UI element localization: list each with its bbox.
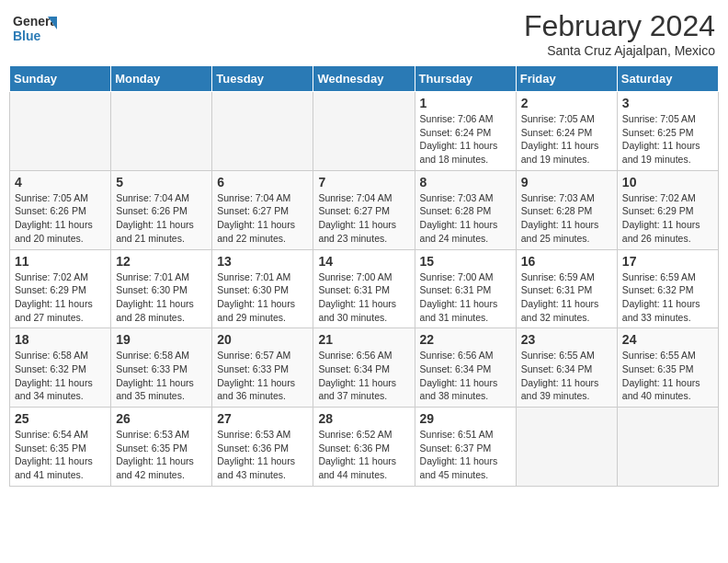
calendar-cell: 16Sunrise: 6:59 AM Sunset: 6:31 PM Dayli… xyxy=(516,249,617,328)
day-number: 1 xyxy=(420,96,511,110)
day-info: Sunrise: 7:02 AM Sunset: 6:29 PM Dayligh… xyxy=(15,270,106,325)
day-number: 28 xyxy=(318,411,409,426)
calendar-cell xyxy=(617,408,718,487)
calendar-cell: 1Sunrise: 7:06 AM Sunset: 6:24 PM Daylig… xyxy=(415,92,516,171)
day-info: Sunrise: 6:52 AM Sunset: 6:36 PM Dayligh… xyxy=(318,428,409,482)
calendar-cell: 4Sunrise: 7:05 AM Sunset: 6:26 PM Daylig… xyxy=(10,170,111,249)
weekday-header-wednesday: Wednesday xyxy=(313,66,415,92)
day-number: 7 xyxy=(318,175,409,190)
calendar-cell: 28Sunrise: 6:52 AM Sunset: 6:36 PM Dayli… xyxy=(313,408,415,487)
calendar-cell: 2Sunrise: 7:05 AM Sunset: 6:24 PM Daylig… xyxy=(516,92,617,171)
day-number: 13 xyxy=(217,254,308,269)
day-number: 4 xyxy=(15,175,106,190)
day-info: Sunrise: 6:56 AM Sunset: 6:34 PM Dayligh… xyxy=(420,349,511,403)
calendar-cell xyxy=(313,92,415,171)
calendar-cell: 26Sunrise: 6:53 AM Sunset: 6:35 PM Dayli… xyxy=(111,408,212,487)
day-number: 22 xyxy=(420,332,511,347)
calendar-cell: 25Sunrise: 6:54 AM Sunset: 6:35 PM Dayli… xyxy=(10,408,111,487)
day-info: Sunrise: 7:04 AM Sunset: 6:27 PM Dayligh… xyxy=(217,191,308,246)
calendar-cell: 9Sunrise: 7:03 AM Sunset: 6:28 PM Daylig… xyxy=(516,170,617,249)
calendar-week-row: 4Sunrise: 7:05 AM Sunset: 6:26 PM Daylig… xyxy=(10,170,719,249)
day-info: Sunrise: 7:05 AM Sunset: 6:24 PM Dayligh… xyxy=(521,112,612,167)
page-header: General Blue February 2024 Santa Cruz Aj… xyxy=(9,9,719,58)
day-number: 26 xyxy=(116,411,207,426)
day-info: Sunrise: 6:51 AM Sunset: 6:37 PM Dayligh… xyxy=(420,428,511,482)
day-info: Sunrise: 7:06 AM Sunset: 6:24 PM Dayligh… xyxy=(420,112,511,167)
calendar-cell: 3Sunrise: 7:05 AM Sunset: 6:25 PM Daylig… xyxy=(617,92,718,171)
svg-text:Blue: Blue xyxy=(13,29,41,43)
calendar-cell: 27Sunrise: 6:53 AM Sunset: 6:36 PM Dayli… xyxy=(212,408,313,487)
day-number: 27 xyxy=(217,411,308,426)
calendar-cell: 12Sunrise: 7:01 AM Sunset: 6:30 PM Dayli… xyxy=(111,249,212,328)
day-info: Sunrise: 6:56 AM Sunset: 6:34 PM Dayligh… xyxy=(318,349,409,403)
day-info: Sunrise: 7:04 AM Sunset: 6:27 PM Dayligh… xyxy=(318,191,409,246)
logo-graphic: General Blue xyxy=(13,9,57,50)
day-number: 21 xyxy=(318,332,409,347)
calendar-cell: 6Sunrise: 7:04 AM Sunset: 6:27 PM Daylig… xyxy=(212,170,313,249)
calendar-cell: 29Sunrise: 6:51 AM Sunset: 6:37 PM Dayli… xyxy=(415,408,516,487)
weekday-header-row: SundayMondayTuesdayWednesdayThursdayFrid… xyxy=(10,66,719,92)
calendar-cell xyxy=(212,92,313,171)
calendar-cell: 22Sunrise: 6:56 AM Sunset: 6:34 PM Dayli… xyxy=(415,328,516,408)
day-number: 5 xyxy=(116,175,207,190)
day-number: 23 xyxy=(521,332,612,347)
day-info: Sunrise: 7:03 AM Sunset: 6:28 PM Dayligh… xyxy=(521,191,612,246)
weekday-header-sunday: Sunday xyxy=(10,66,111,92)
day-number: 12 xyxy=(116,254,207,269)
day-info: Sunrise: 6:57 AM Sunset: 6:33 PM Dayligh… xyxy=(217,349,308,403)
day-number: 29 xyxy=(420,411,511,426)
calendar-week-row: 1Sunrise: 7:06 AM Sunset: 6:24 PM Daylig… xyxy=(10,92,719,171)
calendar-cell: 23Sunrise: 6:55 AM Sunset: 6:34 PM Dayli… xyxy=(516,328,617,408)
location: Santa Cruz Ajajalpan, Mexico xyxy=(524,43,715,58)
calendar-cell xyxy=(111,92,212,171)
logo: General Blue xyxy=(13,9,57,50)
calendar-cell: 18Sunrise: 6:58 AM Sunset: 6:32 PM Dayli… xyxy=(10,328,111,408)
day-number: 25 xyxy=(15,411,106,426)
calendar-cell: 15Sunrise: 7:00 AM Sunset: 6:31 PM Dayli… xyxy=(415,249,516,328)
title-area: February 2024 Santa Cruz Ajajalpan, Mexi… xyxy=(524,9,715,58)
calendar-cell: 20Sunrise: 6:57 AM Sunset: 6:33 PM Dayli… xyxy=(212,328,313,408)
calendar-cell xyxy=(516,408,617,487)
day-number: 10 xyxy=(622,175,713,190)
calendar-cell: 11Sunrise: 7:02 AM Sunset: 6:29 PM Dayli… xyxy=(10,249,111,328)
calendar-week-row: 18Sunrise: 6:58 AM Sunset: 6:32 PM Dayli… xyxy=(10,328,719,408)
calendar-week-row: 11Sunrise: 7:02 AM Sunset: 6:29 PM Dayli… xyxy=(10,249,719,328)
weekday-header-saturday: Saturday xyxy=(617,66,718,92)
calendar-cell: 5Sunrise: 7:04 AM Sunset: 6:26 PM Daylig… xyxy=(111,170,212,249)
calendar-cell: 24Sunrise: 6:55 AM Sunset: 6:35 PM Dayli… xyxy=(617,328,718,408)
day-number: 2 xyxy=(521,96,612,110)
day-info: Sunrise: 7:04 AM Sunset: 6:26 PM Dayligh… xyxy=(116,191,207,246)
calendar-cell: 13Sunrise: 7:01 AM Sunset: 6:30 PM Dayli… xyxy=(212,249,313,328)
day-info: Sunrise: 7:01 AM Sunset: 6:30 PM Dayligh… xyxy=(217,270,308,325)
day-info: Sunrise: 7:02 AM Sunset: 6:29 PM Dayligh… xyxy=(622,191,713,246)
day-number: 19 xyxy=(116,332,207,347)
weekday-header-friday: Friday xyxy=(516,66,617,92)
day-info: Sunrise: 7:03 AM Sunset: 6:28 PM Dayligh… xyxy=(420,191,511,246)
weekday-header-tuesday: Tuesday xyxy=(212,66,313,92)
calendar-cell: 7Sunrise: 7:04 AM Sunset: 6:27 PM Daylig… xyxy=(313,170,415,249)
day-number: 8 xyxy=(420,175,511,190)
weekday-header-monday: Monday xyxy=(111,66,212,92)
calendar-cell: 19Sunrise: 6:58 AM Sunset: 6:33 PM Dayli… xyxy=(111,328,212,408)
day-info: Sunrise: 7:00 AM Sunset: 6:31 PM Dayligh… xyxy=(318,270,409,325)
calendar-cell: 8Sunrise: 7:03 AM Sunset: 6:28 PM Daylig… xyxy=(415,170,516,249)
day-number: 14 xyxy=(318,254,409,269)
day-info: Sunrise: 6:53 AM Sunset: 6:35 PM Dayligh… xyxy=(116,428,207,482)
day-number: 24 xyxy=(622,332,713,347)
day-number: 6 xyxy=(217,175,308,190)
day-number: 11 xyxy=(15,254,106,269)
day-number: 9 xyxy=(521,175,612,190)
calendar-cell: 21Sunrise: 6:56 AM Sunset: 6:34 PM Dayli… xyxy=(313,328,415,408)
svg-text:General: General xyxy=(13,14,57,29)
day-info: Sunrise: 6:58 AM Sunset: 6:33 PM Dayligh… xyxy=(116,349,207,403)
day-info: Sunrise: 7:01 AM Sunset: 6:30 PM Dayligh… xyxy=(116,270,207,325)
day-info: Sunrise: 6:55 AM Sunset: 6:35 PM Dayligh… xyxy=(622,349,713,403)
day-info: Sunrise: 6:54 AM Sunset: 6:35 PM Dayligh… xyxy=(15,428,106,482)
weekday-header-thursday: Thursday xyxy=(415,66,516,92)
calendar-cell xyxy=(10,92,111,171)
day-info: Sunrise: 6:59 AM Sunset: 6:32 PM Dayligh… xyxy=(622,270,713,325)
day-info: Sunrise: 6:53 AM Sunset: 6:36 PM Dayligh… xyxy=(217,428,308,482)
calendar-table: SundayMondayTuesdayWednesdayThursdayFrid… xyxy=(9,65,719,487)
day-info: Sunrise: 6:55 AM Sunset: 6:34 PM Dayligh… xyxy=(521,349,612,403)
day-number: 16 xyxy=(521,254,612,269)
